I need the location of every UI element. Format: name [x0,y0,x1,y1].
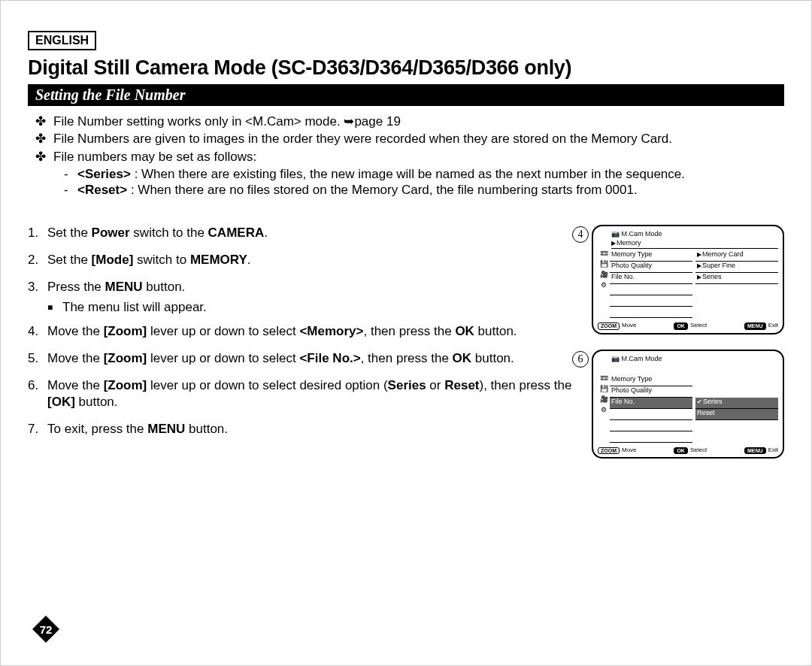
step: 2. Set the [Mode] switch to MEMORY. [28,252,584,268]
ok-pill: OK [674,447,688,455]
tape-icon: 📼 [599,250,608,258]
page-number-badge: 72 [32,616,59,643]
step: 6. Move the [Zoom] lever up or down to s… [28,377,584,410]
ok-pill: OK [674,322,688,330]
osd-item: Photo Quality [610,262,692,273]
bullet-text: File Number setting works only in <M.Cam… [53,114,401,129]
osd-value: Super Fine [695,262,778,273]
zoom-pill: ZOOM [598,322,620,330]
osd-screen-4: 4 📷 M.Cam Mode Memory 📼 💾 🎥 ⚙ Memory Typ… [592,225,784,334]
osd-item: Memory Type [610,250,692,262]
zoom-pill: ZOOM [598,447,620,455]
tape-icon: 📼 [599,375,608,383]
osd-item-empty [610,295,692,307]
page-title: Digital Still Camera Mode (SC-D363/D364/… [28,56,784,80]
osd-mode-label: 📷 M.Cam Mode [611,231,778,238]
step: 1. Set the Power switch to the CAMERA. [28,225,584,241]
step: 3. Press the MENU button. [28,279,584,295]
osd-selected-category: Memory [611,240,778,249]
osd-item-empty [610,307,692,318]
osd-item: Photo Quality [610,386,692,398]
osd-footer: ZOOMMove OKSelect MENUExit [598,322,778,330]
osd-mode-label: 📷 M.Cam Mode [611,356,778,363]
card-icon: 💾 [599,261,608,268]
osd-item-selected: File No. [610,398,692,409]
overview-bullets: ✤File Number setting works only in <M.Ca… [35,114,784,198]
osd-item-empty [610,284,692,295]
bullet-text: File numbers may be set as follows: [53,149,256,165]
osd-item: Memory Type [610,375,692,386]
osd-value-selected: Series [695,398,778,409]
gear-icon: ⚙ [599,282,608,289]
step-sub: ■The menu list will appear. [47,299,584,316]
camera-icon: 🎥 [599,396,608,404]
camera-icon: 📷 [611,355,620,362]
bullet-text: File Numbers are given to images in the … [53,131,672,147]
camera-icon: 🎥 [599,271,608,279]
osd-footer: ZOOMMove OKSelect MENUExit [598,447,778,455]
steps-list: 1. Set the Power switch to the CAMERA. 2… [28,225,592,474]
step: 4. Move the [Zoom] lever up or down to s… [28,323,584,340]
gear-icon: ⚙ [599,407,608,414]
osd-screen-6: 6 📷 M.Cam Mode Back 📼 💾 🎥 ⚙ Memory Type [592,350,784,459]
manual-page: ENGLISH Digital Still Camera Mode (SC-D3… [0,0,812,666]
step: 5. Move the [Zoom] lever up or down to s… [28,350,584,367]
section-heading: Setting the File Number [28,84,784,106]
osd-previews: 4 📷 M.Cam Mode Memory 📼 💾 🎥 ⚙ Memory Typ… [592,225,784,474]
osd-back: Back [611,365,778,374]
camera-icon: 📷 [611,230,620,238]
card-icon: 💾 [599,386,608,393]
menu-pill: MENU [744,447,766,455]
osd-value: Memory Card [695,250,778,262]
sub-bullet: <Series> : When there are existing files… [77,166,685,182]
osd-item: File No. [610,273,692,284]
step: 7. To exit, press the MENU button. [28,421,584,437]
sub-bullet: <Reset> : When there are no files stored… [77,182,638,198]
menu-pill: MENU [744,322,766,330]
osd-value: Series [695,273,778,284]
osd-value-option: Reset [695,409,778,420]
language-tag: ENGLISH [28,31,96,50]
step-ref-circle: 6 [572,351,589,368]
